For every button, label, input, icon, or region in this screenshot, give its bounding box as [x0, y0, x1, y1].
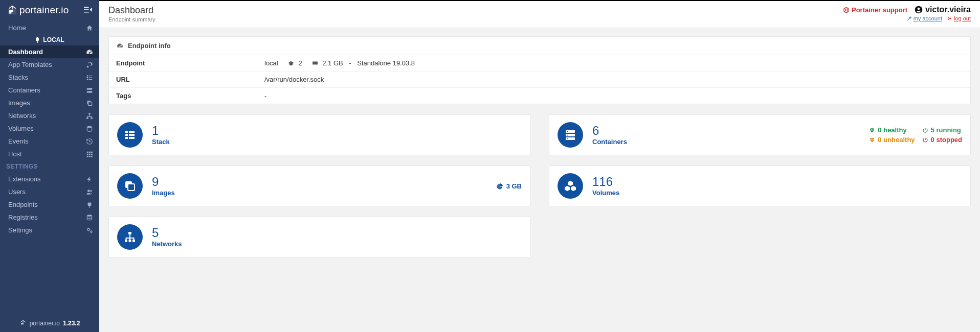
sitemap-icon	[124, 231, 136, 243]
sidebar-item-networks[interactable]: Networks	[0, 109, 99, 122]
svg-rect-3	[10, 12, 11, 13]
sidebar-item-events[interactable]: Events	[0, 135, 99, 148]
tile-body: 9 Images	[152, 176, 175, 197]
svg-rect-44	[125, 134, 128, 136]
tile-body: 6 Containers	[592, 125, 627, 146]
svg-point-51	[567, 131, 568, 132]
tile-networks[interactable]: 5 Networks	[108, 217, 530, 257]
sidebar-item-host[interactable]: Host	[0, 148, 99, 160]
svg-point-33	[91, 231, 92, 232]
status-grid: 0 healthy 5 running 0 unhealthy	[869, 126, 962, 144]
svg-rect-43	[129, 131, 135, 133]
svg-rect-28	[91, 155, 93, 157]
tile-count: 1	[152, 125, 170, 137]
th-icon	[86, 151, 93, 158]
brand-logo[interactable]: portainer.io	[7, 5, 69, 16]
svg-rect-9	[88, 79, 92, 79]
user-chip[interactable]: victor.vieira	[915, 5, 971, 14]
sidebar-toggle-icon[interactable]	[84, 6, 92, 15]
tile-volumes[interactable]: 116 Volumes	[549, 165, 971, 206]
status-text: 5 running	[931, 126, 961, 134]
tachometer-icon	[86, 49, 93, 56]
sidebar-item-label: Volumes	[8, 125, 34, 132]
svg-rect-17	[86, 117, 88, 118]
sidebar-item-images[interactable]: Images	[0, 97, 99, 109]
rocket-icon	[86, 61, 93, 68]
panel-title: Endpoint info	[128, 42, 171, 50]
hdd-icon	[86, 125, 93, 132]
sidebar-item-settings[interactable]: Settings	[0, 224, 99, 236]
support-link[interactable]: Portainer support	[843, 6, 907, 14]
bolt-icon	[86, 176, 93, 183]
topbar-row2: my account log out	[907, 15, 971, 21]
tile-count: 116	[592, 176, 619, 188]
my-account-link[interactable]: my account	[907, 15, 942, 21]
history-icon	[86, 138, 93, 145]
footer-brand: portainer.io	[30, 320, 60, 327]
status-running: 5 running	[922, 126, 962, 134]
sidebar-item-app-templates[interactable]: App Templates	[0, 58, 99, 71]
sidebar-item-volumes[interactable]: Volumes	[0, 122, 99, 135]
tile-stacks[interactable]: 1 Stack	[108, 114, 530, 155]
sidebar-item-endpoints[interactable]: Endpoints	[0, 198, 99, 211]
sidebar-item-label: Stacks	[8, 74, 28, 81]
sidebar-item-home[interactable]: Home	[0, 21, 99, 34]
brand-text: portainer.io	[19, 5, 69, 16]
power-icon	[922, 137, 928, 143]
portainer-logo-icon	[19, 320, 27, 327]
main: Dashboard Endpoint summary Portainer sup…	[99, 0, 980, 332]
tile-label: Networks	[152, 240, 182, 248]
sidebar-item-label: Users	[8, 188, 26, 196]
sidebar-item-users[interactable]: Users	[0, 185, 99, 198]
tile-containers[interactable]: 6 Containers 0 healthy 5 running	[549, 114, 971, 155]
svg-rect-15	[88, 102, 92, 105]
cpu-count: 2	[298, 59, 302, 67]
tile-icon-stacks	[117, 122, 143, 148]
endpoint-val: local 2 2.1 GB - Standalone 19.03.8	[257, 55, 970, 72]
tile-body: 1 Stack	[152, 125, 170, 146]
dash: -	[347, 59, 353, 67]
sidebar-item-extensions[interactable]: Extensions	[0, 173, 99, 185]
plug-icon	[35, 37, 40, 43]
sidebar-item-registries[interactable]: Registries	[0, 211, 99, 224]
svg-rect-16	[88, 113, 91, 114]
tile-icon-images	[117, 173, 143, 199]
status-text: 0 stopped	[931, 136, 962, 144]
svg-rect-50	[566, 137, 575, 140]
tile-count: 9	[152, 176, 175, 188]
url-val: /var/run/docker.sock	[257, 72, 970, 88]
log-out-text: log out	[954, 15, 971, 21]
sidebar-item-dashboard[interactable]: Dashboard	[0, 45, 99, 58]
pie-chart-icon	[497, 183, 503, 189]
svg-rect-42	[125, 131, 128, 133]
svg-rect-23	[87, 153, 88, 155]
tile-right: 3 GB	[497, 182, 522, 190]
svg-rect-2	[11, 10, 13, 12]
sidebar-item-label: Registries	[8, 214, 38, 221]
tile-count: 6	[592, 125, 627, 137]
svg-rect-40	[289, 62, 293, 65]
svg-rect-34	[21, 323, 22, 324]
svg-point-39	[918, 8, 920, 10]
endpoint-info-table: Endpoint local 2 2.1 GB -	[109, 55, 970, 104]
status-text: 0 healthy	[878, 126, 906, 134]
sidebar-item-containers[interactable]: Containers	[0, 84, 99, 97]
svg-rect-5	[88, 75, 92, 76]
tile-body: 5 Networks	[152, 227, 182, 248]
svg-rect-55	[128, 184, 135, 191]
sidebar-footer: portainer.io 1.23.2	[0, 315, 99, 332]
power-icon	[922, 127, 928, 133]
svg-rect-20	[87, 151, 88, 153]
tile-body: 116 Volumes	[592, 176, 619, 197]
svg-rect-57	[125, 240, 127, 242]
sidebar-item-stacks[interactable]: Stacks	[0, 71, 99, 84]
clone-icon	[124, 180, 136, 192]
log-out-link[interactable]: log out	[947, 15, 971, 21]
sidebar: portainer.io Home LOCAL Dashboard App Te…	[0, 0, 99, 332]
url-key: URL	[109, 72, 257, 88]
tile-images[interactable]: 9 Images 3 GB	[108, 165, 530, 206]
svg-rect-35	[22, 323, 23, 324]
home-icon	[86, 25, 93, 32]
svg-point-31	[87, 215, 92, 217]
content: Endpoint info Endpoint local 2	[99, 28, 980, 266]
